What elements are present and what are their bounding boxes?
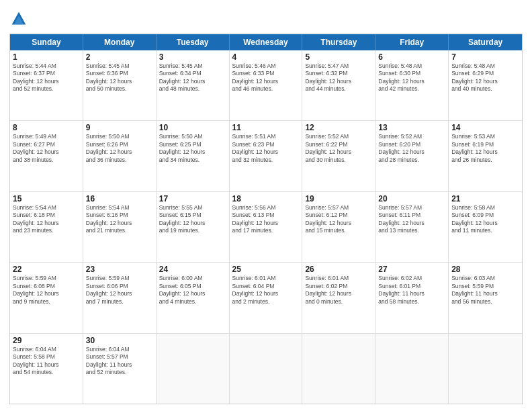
cell-info: Sunrise: 5:59 AM Sunset: 6:06 PM Dayligh… — [86, 275, 153, 306]
calendar-cell — [449, 334, 522, 404]
calendar-cell: 10Sunrise: 5:50 AM Sunset: 6:25 PM Dayli… — [157, 121, 230, 191]
day-number: 10 — [159, 123, 226, 132]
calendar-cell: 12Sunrise: 5:52 AM Sunset: 6:22 PM Dayli… — [302, 121, 375, 191]
cell-info: Sunrise: 6:04 AM Sunset: 5:57 PM Dayligh… — [86, 346, 153, 377]
day-number: 22 — [13, 265, 80, 274]
cell-info: Sunrise: 6:01 AM Sunset: 6:04 PM Dayligh… — [232, 275, 300, 306]
cell-info: Sunrise: 5:45 AM Sunset: 6:34 PM Dayligh… — [159, 62, 226, 93]
calendar: SundayMondayTuesdayWednesdayThursdayFrid… — [9, 34, 523, 404]
calendar-cell: 28Sunrise: 6:03 AM Sunset: 5:59 PM Dayli… — [449, 263, 522, 332]
cell-info: Sunrise: 5:52 AM Sunset: 6:20 PM Dayligh… — [378, 133, 445, 164]
calendar-row: 8Sunrise: 5:49 AM Sunset: 6:27 PM Daylig… — [10, 121, 522, 191]
day-number: 7 — [451, 52, 519, 62]
day-number: 9 — [86, 123, 153, 132]
weekday-header: Thursday — [302, 34, 375, 50]
cell-info: Sunrise: 6:03 AM Sunset: 5:59 PM Dayligh… — [451, 275, 519, 306]
day-number: 13 — [378, 123, 445, 132]
day-number: 1 — [13, 52, 80, 62]
cell-info: Sunrise: 5:46 AM Sunset: 6:33 PM Dayligh… — [232, 62, 300, 93]
calendar-cell — [302, 334, 375, 404]
day-number: 27 — [378, 265, 445, 274]
day-number: 29 — [13, 336, 80, 345]
calendar-cell: 20Sunrise: 5:57 AM Sunset: 6:11 PM Dayli… — [375, 192, 449, 262]
weekday-header: Wednesday — [230, 34, 303, 50]
cell-info: Sunrise: 5:52 AM Sunset: 6:22 PM Dayligh… — [305, 133, 372, 164]
calendar-cell: 8Sunrise: 5:49 AM Sunset: 6:27 PM Daylig… — [10, 121, 83, 191]
calendar-cell: 26Sunrise: 6:01 AM Sunset: 6:02 PM Dayli… — [302, 263, 375, 332]
cell-info: Sunrise: 5:49 AM Sunset: 6:27 PM Dayligh… — [13, 133, 80, 164]
day-number: 15 — [13, 194, 80, 203]
calendar-cell: 25Sunrise: 6:01 AM Sunset: 6:04 PM Dayli… — [230, 263, 303, 332]
calendar-cell: 7Sunrise: 5:48 AM Sunset: 6:29 PM Daylig… — [449, 50, 522, 120]
weekday-header: Sunday — [10, 34, 83, 50]
day-number: 6 — [378, 52, 445, 62]
cell-info: Sunrise: 5:48 AM Sunset: 6:29 PM Dayligh… — [451, 62, 519, 93]
calendar-cell: 29Sunrise: 6:04 AM Sunset: 5:58 PM Dayli… — [10, 334, 83, 404]
cell-info: Sunrise: 5:57 AM Sunset: 6:11 PM Dayligh… — [378, 204, 445, 235]
page-header — [9, 7, 523, 28]
calendar-cell: 27Sunrise: 6:02 AM Sunset: 6:01 PM Dayli… — [375, 263, 449, 332]
calendar-cell: 14Sunrise: 5:53 AM Sunset: 6:19 PM Dayli… — [449, 121, 522, 191]
calendar-cell — [230, 334, 303, 404]
day-number: 11 — [232, 123, 300, 132]
page-container: SundayMondayTuesdayWednesdayThursdayFrid… — [0, 0, 532, 411]
calendar-row: 1Sunrise: 5:44 AM Sunset: 6:37 PM Daylig… — [10, 50, 522, 121]
cell-info: Sunrise: 5:53 AM Sunset: 6:19 PM Dayligh… — [451, 133, 519, 164]
cell-info: Sunrise: 5:48 AM Sunset: 6:30 PM Dayligh… — [378, 62, 445, 93]
calendar-cell: 3Sunrise: 5:45 AM Sunset: 6:34 PM Daylig… — [157, 50, 230, 120]
calendar-cell: 23Sunrise: 5:59 AM Sunset: 6:06 PM Dayli… — [83, 263, 157, 332]
cell-info: Sunrise: 5:54 AM Sunset: 6:16 PM Dayligh… — [86, 204, 153, 235]
calendar-cell: 16Sunrise: 5:54 AM Sunset: 6:16 PM Dayli… — [83, 192, 157, 262]
calendar-cell: 9Sunrise: 5:50 AM Sunset: 6:26 PM Daylig… — [83, 121, 157, 191]
cell-info: Sunrise: 6:01 AM Sunset: 6:02 PM Dayligh… — [305, 275, 372, 306]
day-number: 16 — [86, 194, 153, 203]
calendar-row: 29Sunrise: 6:04 AM Sunset: 5:58 PM Dayli… — [10, 334, 522, 404]
cell-info: Sunrise: 6:04 AM Sunset: 5:58 PM Dayligh… — [13, 346, 80, 377]
day-number: 26 — [305, 265, 372, 274]
cell-info: Sunrise: 5:56 AM Sunset: 6:13 PM Dayligh… — [232, 204, 300, 235]
cell-info: Sunrise: 5:44 AM Sunset: 6:37 PM Dayligh… — [13, 62, 80, 93]
calendar-cell: 24Sunrise: 6:00 AM Sunset: 6:05 PM Dayli… — [157, 263, 230, 332]
calendar-body: 1Sunrise: 5:44 AM Sunset: 6:37 PM Daylig… — [10, 50, 522, 404]
weekday-header: Monday — [83, 34, 157, 50]
day-number: 18 — [232, 194, 300, 203]
cell-info: Sunrise: 5:55 AM Sunset: 6:15 PM Dayligh… — [159, 204, 226, 235]
day-number: 2 — [86, 52, 153, 62]
day-number: 25 — [232, 265, 300, 274]
day-number: 8 — [13, 123, 80, 132]
calendar-cell: 13Sunrise: 5:52 AM Sunset: 6:20 PM Dayli… — [375, 121, 449, 191]
cell-info: Sunrise: 5:58 AM Sunset: 6:09 PM Dayligh… — [451, 204, 519, 235]
cell-info: Sunrise: 6:02 AM Sunset: 6:01 PM Dayligh… — [378, 275, 445, 306]
calendar-cell: 4Sunrise: 5:46 AM Sunset: 6:33 PM Daylig… — [230, 50, 303, 120]
calendar-cell: 2Sunrise: 5:45 AM Sunset: 6:36 PM Daylig… — [83, 50, 157, 120]
calendar-cell: 1Sunrise: 5:44 AM Sunset: 6:37 PM Daylig… — [10, 50, 83, 120]
calendar-row: 15Sunrise: 5:54 AM Sunset: 6:18 PM Dayli… — [10, 192, 522, 263]
day-number: 28 — [451, 265, 519, 274]
day-number: 4 — [232, 52, 300, 62]
calendar-cell: 5Sunrise: 5:47 AM Sunset: 6:32 PM Daylig… — [302, 50, 375, 120]
cell-info: Sunrise: 5:51 AM Sunset: 6:23 PM Dayligh… — [232, 133, 300, 164]
cell-info: Sunrise: 5:59 AM Sunset: 6:08 PM Dayligh… — [13, 275, 80, 306]
cell-info: Sunrise: 5:50 AM Sunset: 6:25 PM Dayligh… — [159, 133, 226, 164]
day-number: 14 — [451, 123, 519, 132]
calendar-cell: 30Sunrise: 6:04 AM Sunset: 5:57 PM Dayli… — [83, 334, 157, 404]
calendar-cell: 15Sunrise: 5:54 AM Sunset: 6:18 PM Dayli… — [10, 192, 83, 262]
day-number: 23 — [86, 265, 153, 274]
calendar-cell: 17Sunrise: 5:55 AM Sunset: 6:15 PM Dayli… — [157, 192, 230, 262]
cell-info: Sunrise: 5:50 AM Sunset: 6:26 PM Dayligh… — [86, 133, 153, 164]
calendar-cell — [157, 334, 230, 404]
day-number: 5 — [305, 52, 372, 62]
day-number: 30 — [86, 336, 153, 345]
day-number: 21 — [451, 194, 519, 203]
day-number: 12 — [305, 123, 372, 132]
day-number: 17 — [159, 194, 226, 203]
calendar-cell: 19Sunrise: 5:57 AM Sunset: 6:12 PM Dayli… — [302, 192, 375, 262]
calendar-row: 22Sunrise: 5:59 AM Sunset: 6:08 PM Dayli… — [10, 263, 522, 333]
cell-info: Sunrise: 5:57 AM Sunset: 6:12 PM Dayligh… — [305, 204, 372, 235]
calendar-cell: 21Sunrise: 5:58 AM Sunset: 6:09 PM Dayli… — [449, 192, 522, 262]
weekday-header: Saturday — [449, 34, 522, 50]
logo-icon — [9, 9, 28, 28]
calendar-header: SundayMondayTuesdayWednesdayThursdayFrid… — [10, 34, 522, 50]
cell-info: Sunrise: 5:54 AM Sunset: 6:18 PM Dayligh… — [13, 204, 80, 235]
calendar-cell: 11Sunrise: 5:51 AM Sunset: 6:23 PM Dayli… — [230, 121, 303, 191]
